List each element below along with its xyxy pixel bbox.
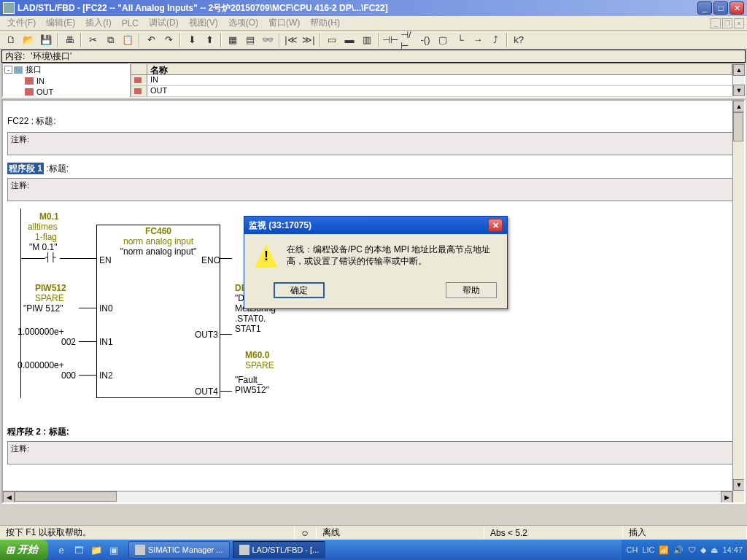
window-titlebar: LAD/STL/FBD - [FC22 -- "All Analog Input… [0,0,747,16]
fbd-piw512: PIW512 [35,283,66,293]
fbd-en: EN [99,255,112,265]
go-end-icon[interactable]: ≫| [301,32,317,48]
mdi-close-button[interactable]: × [734,18,744,28]
tray-usb-icon[interactable]: ⏏ [711,545,718,555]
fbd-v0b: 000 [61,370,76,381]
mdi-minimize-button[interactable]: _ [711,18,721,28]
maximize-button[interactable]: □ [713,1,728,15]
download-icon[interactable]: ⬇ [184,32,200,48]
window-title: LAD/STL/FBD - [FC22 -- "All Analog Input… [18,2,697,15]
menu-debug[interactable]: 调试(D) [144,15,183,31]
segment-1-comment[interactable]: 注释: [7,178,740,201]
tray-lang[interactable]: CH [626,545,638,554]
mdi-restore-button[interactable]: ❐ [722,18,732,28]
interface-tree[interactable]: -接口 IN OUT [1,63,130,98]
editor-hscroll[interactable]: ◀ ▶ [3,491,732,502]
branch-icon[interactable]: └ [452,32,468,48]
dialog-message: 在线：编程设备/PC 的本地 MPI 地址比最高节点地址高，或设置了错误的传输率… [287,244,497,268]
segment-1-number[interactable]: 程序段 1 [7,163,44,174]
tbl-row-out[interactable]: OUT [147,86,732,96]
network-icon[interactable]: ▤ [242,32,258,48]
editor-scroll-down-icon[interactable]: ▼ [733,479,745,491]
contact-open-icon[interactable]: ⊣⊢ [382,32,398,48]
dialog-titlebar[interactable]: 监视 (33:17075) ✕ [244,217,507,234]
fbd-in1: IN1 [99,337,113,347]
new-icon[interactable]: 🗋 [3,32,19,48]
taskbar-task-simatic[interactable]: SIMATIC Manager ... [128,541,230,559]
copy-icon[interactable]: ⧉ [102,32,118,48]
fbd-out4: OUT4 [195,386,218,397]
open-icon[interactable]: 📂 [20,32,36,48]
go-start-icon[interactable]: |≪ [283,32,299,48]
ql-desktop-icon[interactable]: 🗔 [71,542,86,557]
tray-vol-icon[interactable]: 🔊 [673,545,684,555]
view2-icon[interactable]: ▬ [341,32,357,48]
fbd-spare: SPARE [35,293,64,303]
view1-icon[interactable]: ▭ [324,32,340,48]
editor-scroll-left-icon[interactable]: ◀ [3,491,15,503]
fbd-stat0: .STAT0. [235,314,266,324]
menu-view[interactable]: 视图(V) [185,15,222,31]
box-icon[interactable]: ▢ [435,32,451,48]
dialog-ok-button[interactable]: 确定 [274,282,325,298]
tree-out[interactable]: OUT [36,88,53,96]
cut-icon[interactable]: ✂ [85,32,101,48]
editor-vscroll[interactable]: ▲ ▼ [732,101,744,502]
menu-window[interactable]: 窗口(W) [264,15,304,31]
connect-icon[interactable]: → [470,32,486,48]
editor-scroll-right-icon[interactable]: ▶ [721,491,732,503]
menu-options[interactable]: 选项(O) [224,15,263,31]
minimize-button[interactable]: _ [697,1,712,15]
tray-av-icon[interactable]: ◆ [700,545,706,555]
monitor-icon[interactable]: 👓 [260,32,276,48]
ql-explorer-icon[interactable]: 📁 [89,542,104,557]
interface-icon [14,66,23,74]
tree-root[interactable]: 接口 [26,64,42,75]
editor-scroll-thumb[interactable] [733,112,743,141]
conn2-icon[interactable]: ⤴ [487,32,503,48]
editor-scroll-up-icon[interactable]: ▲ [733,101,745,112]
menu-file[interactable]: 文件(F) [3,15,40,31]
dialog-close-button[interactable]: ✕ [488,219,503,232]
tray-lic-icon[interactable]: LIC [642,545,654,554]
help-icon[interactable]: k? [511,32,527,48]
ql-app-icon[interactable]: ▣ [107,542,121,557]
tray-net-icon[interactable]: 📶 [659,545,669,555]
segment-2-title[interactable]: 程序段 2 : 标题: [7,426,740,438]
dialog-title: 监视 (33:17075) [249,219,311,232]
view3-icon[interactable]: ▥ [359,32,375,48]
segment-2-comment[interactable]: 注释: [7,441,740,464]
coil-icon[interactable]: -() [417,32,433,48]
editor-hscroll-thumb[interactable] [15,491,117,502]
tbl-row-in[interactable]: IN [147,75,732,85]
tbl-header-name[interactable]: 名称 [147,64,732,74]
scroll-up-icon[interactable]: ▲ [733,64,745,76]
close-button[interactable]: ✕ [729,1,744,15]
table-vscroll[interactable]: ▲ ▼ [732,64,744,96]
block-comment[interactable]: 注释: [7,132,740,155]
contact-close-icon[interactable]: ⊣/⊢ [400,32,416,48]
menu-edit[interactable]: 编辑(E) [42,15,80,31]
tray-time[interactable]: 14:47 [722,545,743,554]
tree-in[interactable]: IN [36,77,44,85]
taskbar-task-lad[interactable]: LAD/STL/FBD - [... [233,541,326,559]
print-icon[interactable]: 🖶 [61,32,77,48]
scroll-down-icon[interactable]: ▼ [733,85,745,96]
paste-icon[interactable]: 📋 [120,32,136,48]
system-tray[interactable]: CH LIC 📶 🔊 🛡 ◆ ⏏ 14:47 [622,540,747,560]
save-icon[interactable]: 💾 [38,32,54,48]
menu-plc[interactable]: PLC [117,17,143,30]
upload-icon[interactable]: ⬆ [201,32,217,48]
menu-help[interactable]: 帮助(H) [306,15,344,31]
start-button[interactable]: ⊞开始 [0,540,48,560]
pathbar: 内容: '环境\接口' [1,50,746,63]
tree-collapse-icon[interactable]: - [4,66,12,74]
undo-icon[interactable]: ↶ [143,32,159,48]
fbd-eno: ENO [201,255,220,265]
menu-insert[interactable]: 插入(I) [81,15,115,31]
redo-icon[interactable]: ↷ [160,32,177,48]
dialog-help-button[interactable]: 帮助 [446,282,497,298]
tray-shield-icon[interactable]: 🛡 [688,545,696,554]
block-icon[interactable]: ▦ [225,32,241,48]
ql-ie-icon[interactable]: e [54,542,69,557]
